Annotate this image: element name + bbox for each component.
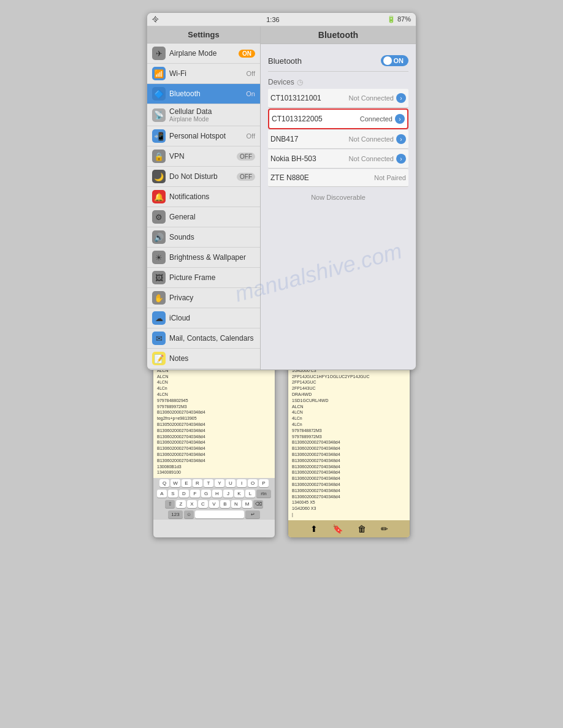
key-b[interactable]: B	[220, 500, 230, 508]
sidebar-item-reminders[interactable]: ✅ Reminders	[147, 369, 260, 370]
pictureframe-icon: 🖼	[152, 271, 166, 284]
phone-left-line-12: 9797889972M3	[157, 404, 271, 410]
toolbar-compose-icon[interactable]: ✏	[381, 524, 388, 534]
key-s[interactable]: S	[168, 490, 178, 498]
toggle-on-label: ON	[394, 57, 404, 64]
signal-icon: 令	[152, 15, 159, 24]
vpn-toggle: OFF	[237, 153, 255, 161]
devices-spinner: ◷	[297, 78, 303, 86]
key-w[interactable]: W	[170, 479, 180, 487]
key-m[interactable]: M	[242, 500, 252, 508]
phone-right-line-20: B13060200027040348d4	[292, 452, 406, 458]
device-row-2[interactable]: DNB417 Not Connected ›	[268, 130, 408, 149]
mail-icon: ✉	[152, 332, 166, 345]
toolbar-bookmark-icon[interactable]: 🔖	[332, 524, 343, 534]
sidebar-item-bluetooth[interactable]: 🔷 Bluetooth On	[147, 84, 260, 104]
device-info-btn-0[interactable]: ›	[396, 93, 406, 103]
ipad-body: Settings ✈ Airplane Mode ON 📶 Wi-Fi Off …	[147, 26, 416, 370]
sidebar-item-hotspot[interactable]: 📲 Personal Hotspot Off	[147, 126, 260, 146]
phone-left-line-8: 4LCN	[157, 379, 271, 385]
phone-right-line-28: 1340045 X5	[292, 499, 406, 506]
sidebar-item-donotdisturb[interactable]: 🌙 Do Not Disturb OFF	[147, 167, 260, 187]
key-i[interactable]: I	[237, 479, 247, 487]
bluetooth-main-label: Bluetooth	[268, 56, 302, 66]
keyboard-row-1: Q W E R T Y U I O P	[153, 478, 275, 488]
key-enter[interactable]: ↵	[245, 510, 260, 518]
phone-right-line-9: 2FP1443UC	[292, 385, 406, 392]
key-space[interactable]	[195, 510, 244, 518]
key-o[interactable]: O	[248, 479, 258, 487]
phone-right-line-29: 1G42060 X3	[292, 506, 406, 512]
device-name-4: ZTE N880E	[270, 173, 309, 182]
key-l[interactable]: L	[245, 490, 255, 498]
key-g[interactable]: G	[201, 490, 211, 498]
device-row-4[interactable]: ZTE N880E Not Paired	[268, 169, 408, 187]
bluetooth-toggle-switch[interactable]: ON	[381, 55, 409, 66]
battery-indicator: 🔋 87%	[387, 15, 411, 23]
wifi-label: Wi-Fi	[169, 69, 247, 78]
sidebar-item-mail[interactable]: ✉ Mail, Contacts, Calendars	[147, 328, 260, 349]
device-row-3[interactable]: Nokia BH-503 Not Connected ›	[268, 150, 408, 169]
device-status-3: Not Connected ›	[349, 154, 406, 164]
key-d[interactable]: D	[179, 490, 189, 498]
key-e[interactable]: E	[182, 479, 191, 487]
device-info-btn-2[interactable]: ›	[396, 134, 406, 144]
key-j[interactable]: J	[223, 490, 233, 498]
key-y[interactable]: Y	[215, 479, 224, 487]
key-n[interactable]: N	[231, 500, 241, 508]
sidebar-item-icloud[interactable]: ☁ iCloud	[147, 308, 260, 328]
key-t[interactable]: T	[204, 479, 213, 487]
icloud-icon: ☁	[152, 311, 166, 325]
sounds-label: Sounds	[169, 233, 255, 241]
sidebar-title: Settings	[147, 26, 260, 44]
phone-right-line-23: B13060200027040348d4	[292, 469, 406, 476]
key-x[interactable]: X	[187, 500, 197, 508]
sidebar-item-notifications[interactable]: 🔔 Notifications	[147, 187, 260, 207]
key-h[interactable]: H	[212, 490, 222, 498]
airplane-label: Airplane Mode	[169, 49, 239, 58]
phone-right-line-19: B13060200027040348d4	[292, 446, 406, 452]
sidebar-item-sounds[interactable]: 🔊 Sounds	[147, 227, 260, 248]
sidebar-item-notes[interactable]: 📝 Notes	[147, 349, 260, 369]
device-name-2: DNB417	[270, 135, 298, 143]
sidebar-item-general[interactable]: ⚙ General	[147, 207, 260, 227]
key-a[interactable]: A	[157, 490, 167, 498]
key-u[interactable]: U	[226, 479, 236, 487]
key-return[interactable]: rtn	[256, 490, 271, 498]
sidebar-item-privacy[interactable]: ✋ Privacy	[147, 288, 260, 308]
device-row-0[interactable]: CT1013121001 Not Connected ›	[268, 89, 408, 108]
sidebar-item-vpn[interactable]: 🔒 VPN OFF	[147, 146, 260, 167]
key-emoji[interactable]: ☺	[184, 510, 194, 518]
sidebar-item-pictureframe[interactable]: 🖼 Picture Frame	[147, 268, 260, 288]
key-c[interactable]: C	[198, 500, 208, 508]
device-status-1: Connected ›	[360, 114, 405, 124]
key-f[interactable]: F	[190, 490, 200, 498]
hotspot-value: Off	[247, 132, 255, 140]
key-shift[interactable]: ⇧	[165, 500, 175, 508]
sidebar-item-wifi[interactable]: 📶 Wi-Fi Off	[147, 64, 260, 84]
key-r[interactable]: R	[193, 479, 202, 487]
device-info-btn-1[interactable]: ›	[395, 114, 405, 124]
toolbar-share-icon[interactable]: ⬆	[310, 524, 318, 534]
phone-right-line-15: 4LCn	[292, 422, 406, 428]
key-v[interactable]: V	[209, 500, 219, 508]
key-backspace[interactable]: ⌫	[253, 500, 263, 508]
main-panel-title: Bluetooth	[261, 26, 416, 44]
key-123[interactable]: 123	[168, 510, 183, 518]
key-k[interactable]: K	[234, 490, 244, 498]
notifications-label: Notifications	[169, 192, 255, 201]
key-q[interactable]: Q	[159, 479, 169, 487]
sidebar-item-airplane[interactable]: ✈ Airplane Mode ON	[147, 44, 260, 64]
device-info-btn-3[interactable]: ›	[396, 154, 406, 164]
device-row-1[interactable]: CT1013122005 Connected ›	[268, 108, 408, 129]
privacy-label: Privacy	[169, 294, 255, 302]
donotdisturb-label: Do Not Disturb	[169, 172, 237, 181]
key-z[interactable]: Z	[176, 500, 186, 508]
sidebar-item-brightness[interactable]: ☀ Brightness & Wallpaper	[147, 248, 260, 268]
key-p[interactable]: P	[259, 479, 269, 487]
phone-right-line-13: 4LCN	[292, 409, 406, 415]
airplane-toggle: ON	[239, 50, 255, 58]
sidebar-item-cellular[interactable]: 📡 Cellular Data Airplane Mode	[147, 104, 260, 126]
cellular-icon: 📡	[152, 108, 166, 122]
toolbar-trash-icon[interactable]: 🗑	[358, 524, 366, 534]
